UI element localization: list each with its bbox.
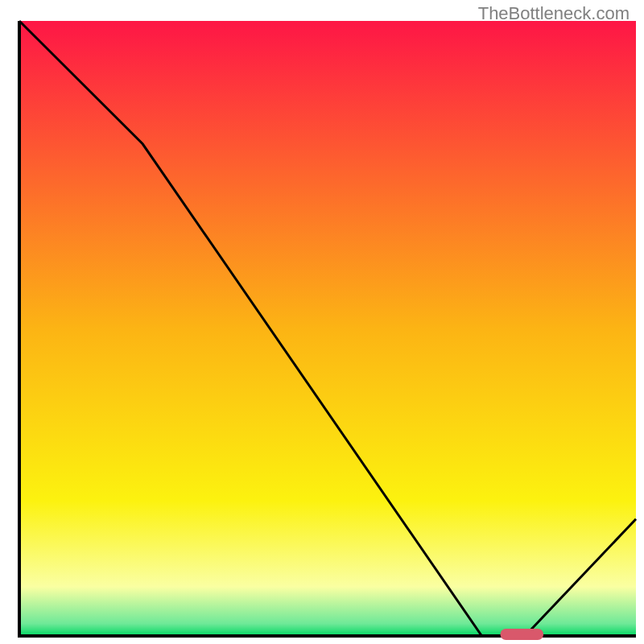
- watermark-text: TheBottleneck.com: [478, 3, 630, 24]
- bottleneck-chart: [0, 0, 644, 644]
- chart-svg: [0, 0, 644, 644]
- optimal-marker: [500, 629, 543, 640]
